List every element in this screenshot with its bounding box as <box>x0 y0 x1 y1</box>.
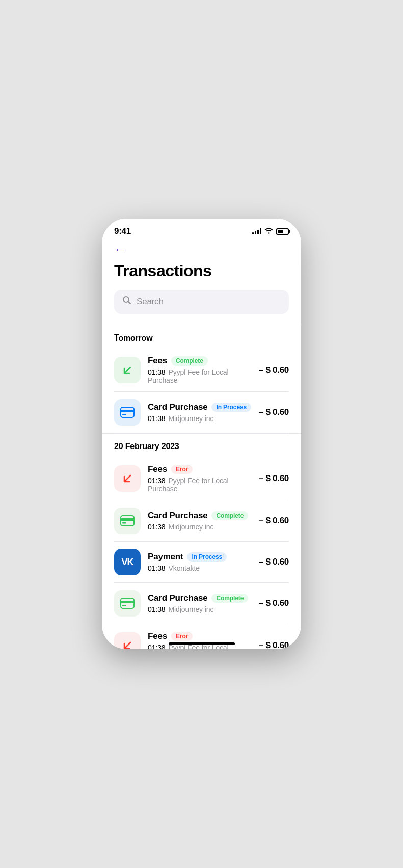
transaction-title: Card Purchase <box>148 511 207 521</box>
transaction-item[interactable]: Card PurchaseIn Process01:38Midjourney i… <box>114 392 289 433</box>
transaction-icon-arrow-green <box>114 357 141 383</box>
transaction-title: Payment <box>148 552 183 562</box>
transaction-amount: – $ 0.60 <box>259 516 289 526</box>
transaction-details: Card PurchaseIn Process01:38Midjourney i… <box>148 402 252 423</box>
status-bar: 9:41 <box>102 219 301 240</box>
transactions-container: Tomorrow FeesComplete01:38Pyypl Fee for … <box>114 325 289 649</box>
transaction-item[interactable]: FeesComplete01:38Pyypl Fee for Local Pur… <box>114 349 289 392</box>
transaction-amount: – $ 0.60 <box>259 598 289 608</box>
transaction-subtitle: 01:38Midjourney inc <box>148 605 252 613</box>
transaction-badge: In Process <box>211 403 251 412</box>
svg-rect-9 <box>122 605 126 606</box>
transaction-icon-card-green <box>114 590 141 617</box>
transaction-badge: Complete <box>211 511 248 520</box>
transaction-subtitle: 01:38Pyypl Fee for Local Purchase <box>148 368 252 384</box>
svg-rect-5 <box>121 518 134 521</box>
section-header-tomorrow: Tomorrow <box>114 325 289 349</box>
svg-rect-2 <box>121 410 134 412</box>
transaction-details: Card PurchaseComplete01:38Midjourney inc <box>148 511 252 531</box>
search-bar[interactable]: Search <box>114 290 289 314</box>
transaction-title: Card Purchase <box>148 593 207 603</box>
status-icons <box>252 227 289 235</box>
transaction-item[interactable]: VKPaymentIn Process01:38Vkontakte– $ 0.6… <box>114 542 289 583</box>
section-header-feb2023: 20 February 2023 <box>114 434 289 457</box>
page-title: Transactions <box>114 262 289 281</box>
transaction-icon-vk: VK <box>114 549 141 575</box>
transaction-item[interactable]: FeesEror01:38Pyypl Fee for Local Purchas… <box>114 457 289 500</box>
search-icon <box>122 296 131 307</box>
battery-icon <box>276 228 289 235</box>
transaction-details: Card PurchaseComplete01:38Midjourney inc <box>148 593 252 613</box>
transaction-amount: – $ 0.60 <box>259 473 289 484</box>
back-button[interactable]: ← <box>114 244 125 256</box>
search-placeholder: Search <box>137 297 164 307</box>
transaction-badge: Complete <box>171 356 208 366</box>
transaction-details: PaymentIn Process01:38Vkontakte <box>148 552 252 572</box>
transaction-icon-card-green <box>114 508 141 534</box>
transaction-title: Fees <box>148 464 167 474</box>
transaction-icon-arrow-red <box>114 632 141 649</box>
transaction-item[interactable]: FeesEror01:38Pyypl Fee for Local Purchas… <box>114 624 289 649</box>
transaction-amount: – $ 0.60 <box>259 365 289 375</box>
transaction-subtitle: 01:38Midjourney inc <box>148 414 252 423</box>
status-time: 9:41 <box>114 226 131 236</box>
transaction-badge: Complete <box>211 594 248 603</box>
transaction-subtitle: 01:38Vkontakte <box>148 564 252 572</box>
screen: 9:41 ← <box>102 219 301 649</box>
transaction-details: FeesEror01:38Pyypl Fee for Local Purchas… <box>148 631 252 649</box>
transaction-title: Fees <box>148 356 167 366</box>
transaction-badge: In Process <box>187 552 227 562</box>
svg-rect-8 <box>121 601 134 603</box>
transaction-subtitle: 01:38Midjourney inc <box>148 523 252 531</box>
back-arrow-icon: ← <box>114 244 125 256</box>
phone-frame: 9:41 ← <box>102 219 301 649</box>
svg-rect-6 <box>122 522 126 524</box>
transaction-amount: – $ 0.60 <box>259 557 289 567</box>
transaction-title: Fees <box>148 631 167 641</box>
transaction-amount: – $ 0.60 <box>259 407 289 417</box>
main-content: ← Transactions Search Tomorrow Fees <box>102 240 301 649</box>
transaction-amount: – $ 0.60 <box>259 640 289 649</box>
transaction-badge: Eror <box>171 632 193 641</box>
svg-rect-3 <box>122 414 126 415</box>
signal-icon <box>252 228 261 234</box>
transaction-icon-card-blue <box>114 399 141 426</box>
transaction-badge: Eror <box>171 465 193 474</box>
wifi-icon <box>264 227 273 235</box>
home-indicator <box>169 642 235 645</box>
transaction-item[interactable]: Card PurchaseComplete01:38Midjourney inc… <box>114 583 289 624</box>
transaction-item[interactable]: Card PurchaseComplete01:38Midjourney inc… <box>114 500 289 542</box>
transaction-title: Card Purchase <box>148 402 207 412</box>
transaction-details: FeesEror01:38Pyypl Fee for Local Purchas… <box>148 464 252 493</box>
transaction-details: FeesComplete01:38Pyypl Fee for Local Pur… <box>148 356 252 384</box>
transaction-icon-arrow-red <box>114 465 141 492</box>
transaction-subtitle: 01:38Pyypl Fee for Local Purchase <box>148 477 252 493</box>
